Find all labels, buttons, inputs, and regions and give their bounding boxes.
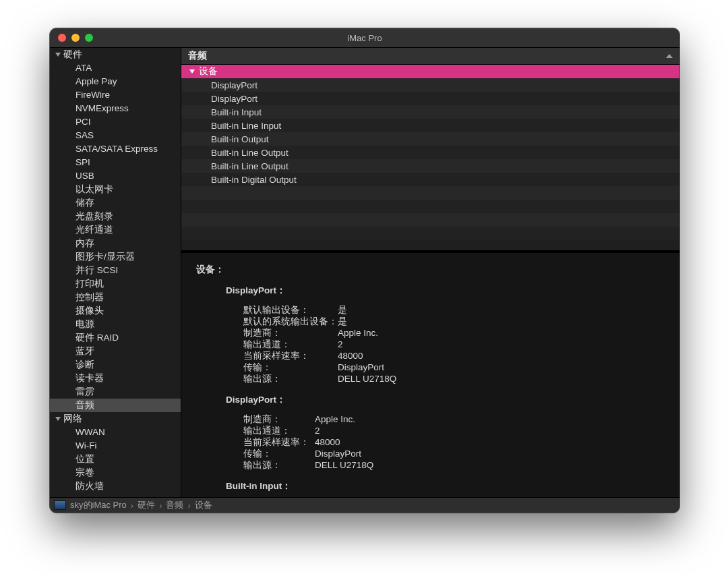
sidebar-item[interactable]: 光盘刻录	[50, 210, 181, 223]
detail-pane[interactable]: 设备：DisplayPort：默认输出设备：是默认的系统输出设备：是制造商：Ap…	[181, 253, 679, 497]
detail-kv-row: 默认输出设备：是	[243, 304, 673, 316]
empty-row	[181, 200, 679, 213]
sidebar-item[interactable]: WWAN	[50, 426, 181, 439]
sidebar-item[interactable]: NVMExpress	[50, 102, 181, 115]
detail-kv-row: 传输：DisplayPort	[243, 362, 673, 373]
sidebar-item[interactable]: 电源	[50, 318, 181, 331]
breadcrumb-item[interactable]: 音频	[166, 499, 183, 511]
device-row[interactable]: Built-in Input	[181, 105, 679, 119]
sidebar-item[interactable]: Wi-Fi	[50, 439, 181, 453]
device-row[interactable]: Built-in Line Output	[181, 159, 679, 173]
sidebar-item[interactable]: 打印机	[50, 277, 181, 291]
chevron-down-icon	[55, 417, 61, 421]
breadcrumb-item[interactable]: 硬件	[138, 499, 155, 511]
sidebar-item[interactable]: USB	[50, 169, 181, 183]
main-panel: 音频 设备DisplayPortDisplayPortBuilt-in Inpu…	[181, 48, 679, 497]
sidebar-item[interactable]: PCI	[50, 115, 181, 129]
empty-row	[181, 227, 679, 240]
detail-section-title: DisplayPort：	[226, 394, 673, 405]
sidebar-item[interactable]: 蓝牙	[50, 345, 181, 358]
window-body: 硬件ATAApple PayFireWireNVMExpressPCISASSA…	[50, 48, 679, 497]
panel-header-label: 音频	[188, 50, 207, 62]
sidebar[interactable]: 硬件ATAApple PayFireWireNVMExpressPCISASSA…	[50, 48, 181, 497]
detail-value: 是	[338, 316, 347, 327]
detail-key: 默认的系统输出设备：	[243, 316, 338, 327]
sidebar-section-header[interactable]: 网络	[50, 412, 181, 426]
detail-kv-row: 输出通道：2	[243, 425, 673, 436]
sidebar-item[interactable]: 光纤通道	[50, 223, 181, 237]
device-group-header[interactable]: 设备	[181, 65, 679, 78]
device-row[interactable]: DisplayPort	[181, 78, 679, 92]
detail-value: 2	[338, 339, 343, 350]
detail-key: 制造商：	[243, 413, 315, 425]
window-title: iMac Pro	[50, 33, 679, 43]
sidebar-item[interactable]: SAS	[50, 129, 181, 142]
detail-section-title: DisplayPort：	[226, 285, 673, 296]
empty-row	[181, 186, 679, 200]
device-row[interactable]: Built-in Digital Output	[181, 173, 679, 186]
detail-heading: 设备：	[196, 264, 673, 275]
device-row[interactable]: Built-in Line Output	[181, 146, 679, 159]
detail-value: 48000	[338, 350, 363, 362]
detail-kv-row: 输出源：DELL U2718Q	[243, 459, 673, 471]
detail-value: Apple Inc.	[315, 413, 355, 425]
detail-kv-row: 当前采样速率：48000	[243, 350, 673, 362]
sidebar-item[interactable]: SPI	[50, 156, 181, 169]
sidebar-item[interactable]: 内存	[50, 237, 181, 250]
sidebar-item[interactable]: 摄像头	[50, 304, 181, 318]
detail-value: DELL U2718Q	[315, 459, 373, 471]
sidebar-section-header[interactable]: 硬件	[50, 48, 181, 61]
detail-kv-row: 输出通道：2	[243, 339, 673, 350]
chevron-down-icon	[55, 53, 61, 57]
sidebar-item[interactable]: ATA	[50, 61, 181, 75]
sidebar-item[interactable]: 防火墙	[50, 480, 181, 493]
close-icon[interactable]	[58, 34, 66, 42]
sidebar-item[interactable]: 图形卡/显示器	[50, 250, 181, 264]
panel-header[interactable]: 音频	[181, 48, 679, 65]
sidebar-item[interactable]: 以太网卡	[50, 183, 181, 196]
detail-key: 制造商：	[243, 327, 338, 339]
sidebar-item[interactable]: 控制器	[50, 291, 181, 304]
detail-key: 默认输出设备：	[243, 304, 338, 316]
app-window: iMac Pro 硬件ATAApple PayFireWireNVMExpres…	[50, 28, 679, 513]
sidebar-item[interactable]: 雷雳	[50, 385, 181, 399]
detail-key: 传输：	[243, 448, 315, 459]
detail-kv-row: 制造商：Apple Inc.	[243, 413, 673, 425]
zoom-icon[interactable]	[85, 34, 93, 42]
device-row[interactable]: DisplayPort	[181, 92, 679, 105]
detail-section-title: Built-in Input：	[226, 480, 673, 492]
device-row[interactable]: Built-in Line Input	[181, 119, 679, 132]
breadcrumb: sky的iMac Pro›硬件›音频›设备	[50, 497, 679, 513]
detail-value: DELL U2718Q	[338, 373, 396, 384]
device-group-label: 设备	[199, 65, 218, 78]
sidebar-item[interactable]: 宗卷	[50, 466, 181, 480]
detail-key: 输出通道：	[243, 425, 315, 436]
sidebar-item[interactable]: Apple Pay	[50, 75, 181, 88]
device-list[interactable]: 设备DisplayPortDisplayPortBuilt-in InputBu…	[181, 65, 679, 253]
detail-key: 输出源：	[243, 459, 315, 471]
sidebar-item[interactable]: 位置	[50, 453, 181, 466]
detail-kv-row: 默认的系统输出设备：是	[243, 316, 673, 327]
titlebar: iMac Pro	[50, 28, 679, 48]
detail-value: DisplayPort	[338, 362, 384, 373]
sidebar-item[interactable]: 读卡器	[50, 372, 181, 385]
chevron-right-icon: ›	[131, 500, 133, 511]
window-controls	[50, 34, 93, 42]
minimize-icon[interactable]	[71, 34, 80, 42]
sidebar-item[interactable]: 音频	[50, 399, 181, 412]
detail-kv-row: 输出源：DELL U2718Q	[243, 373, 673, 384]
sidebar-item[interactable]: 并行 SCSI	[50, 264, 181, 277]
sidebar-item[interactable]: 诊断	[50, 358, 181, 372]
sidebar-item[interactable]: 储存	[50, 196, 181, 210]
sidebar-item[interactable]: SATA/SATA Express	[50, 142, 181, 156]
detail-key: 输出源：	[243, 373, 338, 384]
sidebar-item[interactable]: FireWire	[50, 88, 181, 102]
sidebar-item[interactable]: 硬件 RAID	[50, 331, 181, 345]
detail-kv-row: 当前采样速率：48000	[243, 436, 673, 448]
detail-key: 输出通道：	[243, 339, 338, 350]
device-row[interactable]: Built-in Output	[181, 132, 679, 146]
sidebar-section-label: 网络	[63, 412, 82, 426]
detail-kv-row: 制造商：Apple Inc.	[243, 327, 673, 339]
breadcrumb-item[interactable]: sky的iMac Pro	[70, 499, 127, 511]
breadcrumb-item[interactable]: 设备	[195, 499, 212, 511]
